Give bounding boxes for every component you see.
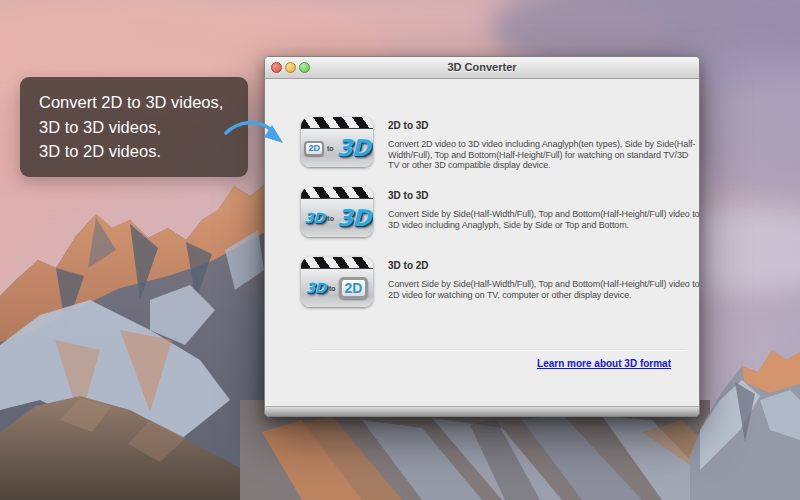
tooltip-line-1: Convert 2D to 3D videos, (39, 90, 238, 115)
callout-tooltip: Convert 2D to 3D videos, 3D to 3D videos… (20, 77, 248, 177)
app-window: 3D Converter 2D to 3D 2D to 3D Convert 2… (264, 56, 700, 417)
item-description: Convert Side by Side(Half-Width/Full), T… (388, 209, 700, 230)
icon-label-to: 3D (337, 205, 370, 231)
window-bottom-bar (265, 406, 699, 416)
item-description: Convert Side by Side(Half-Width/Full), T… (388, 279, 700, 300)
icon-label-from: 3D (304, 210, 324, 226)
clapperboard-icon-3d-to-3d: 3D to 3D (301, 187, 373, 237)
converter-item-3d-to-2d[interactable]: 3D to 2D 3D to 2D Convert Side by Side(H… (301, 257, 699, 307)
clapper-stripes (301, 187, 373, 199)
tooltip-line-2: 3D to 3D videos, (39, 115, 238, 140)
clapper-stripes (301, 117, 373, 129)
tooltip-line-3: 3D to 2D videos. (39, 139, 238, 164)
window-title: 3D Converter (265, 57, 699, 78)
item-description: Convert 2D video to 3D video including A… (388, 139, 700, 171)
icon-label-to-word: to (327, 215, 334, 222)
item-title: 3D to 3D (388, 190, 700, 201)
icon-label-from: 3D (306, 280, 326, 296)
close-button[interactable] (271, 62, 282, 73)
icon-label-to-word: to (329, 285, 336, 292)
icon-label-to: 3D (337, 135, 370, 161)
clapperboard-icon-2d-to-3d: 2D to 3D (301, 117, 373, 167)
icon-label-to: 2D (339, 277, 369, 299)
converter-item-2d-to-3d[interactable]: 2D to 3D 2D to 3D Convert 2D video to 3D… (301, 117, 699, 171)
footer-divider (311, 349, 687, 350)
icon-label-to-word: to (327, 145, 334, 152)
minimize-button[interactable] (285, 62, 296, 73)
window-titlebar: 3D Converter (265, 57, 699, 79)
learn-more-link[interactable]: Learn more about 3D format (537, 358, 671, 369)
converter-item-3d-to-3d[interactable]: 3D to 3D 3D to 3D Convert Side by Side(H… (301, 187, 699, 237)
zoom-button[interactable] (299, 62, 310, 73)
item-title: 2D to 3D (388, 120, 700, 131)
item-title: 3D to 2D (388, 260, 700, 271)
curved-arrow-icon (223, 119, 289, 151)
desktop: Convert 2D to 3D videos, 3D to 3D videos… (0, 0, 800, 500)
clapper-stripes (301, 257, 373, 269)
clapperboard-icon-3d-to-2d: 3D to 2D (301, 257, 373, 307)
icon-label-from: 2D (304, 141, 324, 156)
